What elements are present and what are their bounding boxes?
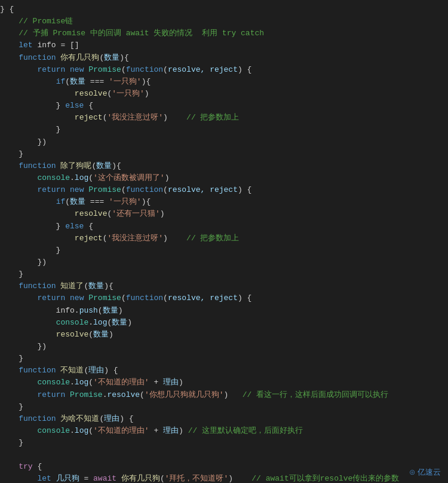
code-line: let info = [] bbox=[0, 39, 448, 51]
code-line: } { bbox=[0, 4, 448, 16]
code-line: resolve(数量) bbox=[0, 329, 448, 341]
code-line: } else { bbox=[0, 221, 448, 233]
code-line: function 知道了(数量){ bbox=[0, 280, 448, 292]
code-line: return Promise.resolve('你想几只狗就几只狗') // 看… bbox=[0, 389, 448, 401]
code-line: if(数量 === '一只狗'){ bbox=[0, 196, 448, 208]
code-line: console.log(数量) bbox=[0, 317, 448, 329]
code-line: // Promise链 bbox=[0, 16, 448, 27]
code-line: console.log('这个函数被调用了') bbox=[0, 172, 448, 184]
code-line: return new Promise(function(resolve, rej… bbox=[0, 292, 448, 304]
code-line: reject('我没注意过呀') // 把参数加上 bbox=[0, 112, 448, 124]
code-line: resolve('还有一只猫') bbox=[0, 208, 448, 220]
code-line: } bbox=[0, 124, 448, 136]
code-line: } bbox=[0, 353, 448, 365]
code-line: }) bbox=[0, 136, 448, 148]
code-line: } bbox=[0, 148, 448, 160]
code-line: resolve('一只狗') bbox=[0, 88, 448, 100]
code-area: } { // Promise链 // 予捕 Promise 中的回调 await… bbox=[0, 0, 448, 483]
code-line: } bbox=[0, 244, 448, 256]
code-line: } bbox=[0, 268, 448, 280]
code-line: function 你有几只狗(数量){ bbox=[0, 52, 448, 64]
code-line: }) bbox=[0, 256, 448, 268]
code-line: }) bbox=[0, 341, 448, 353]
watermark-icon: ⊙ bbox=[409, 467, 415, 476]
code-line: let 几只狗 = await 你有几只狗('拜托，不知道呀') // awai… bbox=[0, 473, 448, 483]
code-line: return new Promise(function(resolve, rej… bbox=[0, 184, 448, 196]
code-line: if(数量 === '一只狗'){ bbox=[0, 76, 448, 88]
code-line: function 为啥不知道(理由) { bbox=[0, 413, 448, 425]
code-line: } else { bbox=[0, 100, 448, 112]
code-line: function 不知道(理由) { bbox=[0, 365, 448, 377]
code-line: } bbox=[0, 437, 448, 449]
code-line bbox=[0, 449, 448, 461]
code-line: reject('我没注意过呀') // 把参数加上 bbox=[0, 233, 448, 244]
code-line: info.push(数量) bbox=[0, 305, 448, 317]
code-line: } bbox=[0, 401, 448, 413]
code-line: console.log('不知道的理由' + 理由) bbox=[0, 377, 448, 389]
watermark: ⊙ 亿速云 bbox=[409, 466, 441, 478]
code-line: function 除了狗呢(数量){ bbox=[0, 160, 448, 172]
code-line: // 予捕 Promise 中的回调 await 失败的情况 利用 try ca… bbox=[0, 27, 448, 39]
code-line: return new Promise(function(resolve, rej… bbox=[0, 64, 448, 76]
watermark-text: 亿速云 bbox=[418, 467, 441, 476]
code-line: console.log('不知道的理由' + 理由) // 这里默认确定吧，后面… bbox=[0, 425, 448, 437]
code-line: try { bbox=[0, 461, 448, 473]
